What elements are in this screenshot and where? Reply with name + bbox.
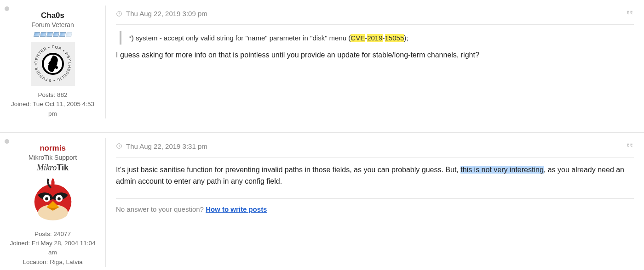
text-selection: this is not very interesting — [460, 166, 544, 174]
svg-point-3 — [48, 59, 51, 62]
post-signature: No answer to your question? How to write… — [116, 198, 634, 213]
quoted-block: *) system - accept only valid string for… — [120, 31, 634, 45]
user-meta: Posts: 882 Joined: Tue Oct 11, 2005 4:53… — [8, 90, 97, 118]
user-rank: MikroTik Support — [8, 154, 97, 161]
clock-icon — [116, 11, 122, 17]
quote-button[interactable] — [625, 8, 634, 19]
online-indicator — [5, 6, 9, 11]
post-body: Thu Aug 22, 2019 3:09 pm *) system - acc… — [106, 6, 644, 118]
post-timestamp[interactable]: Thu Aug 22, 2019 3:09 pm — [116, 10, 207, 17]
forum-post: normis MikroTik Support MikroTik Posts: … — [0, 133, 644, 270]
svg-point-4 — [55, 66, 58, 69]
forum-post: Cha0s Forum Veteran CENTER • FOR • PSYCH… — [0, 0, 644, 133]
username-link[interactable]: normis — [8, 144, 97, 153]
post-timestamp[interactable]: Thu Aug 22, 2019 3:31 pm — [116, 142, 207, 150]
post-content: It's just basic sanitise function for pr… — [116, 164, 634, 187]
user-rank: Forum Veteran — [8, 21, 97, 28]
highlight: 15055 — [385, 34, 404, 42]
highlight: CVE — [351, 34, 365, 42]
brand-logo: MikroTik — [8, 163, 97, 173]
user-meta: Posts: 24077 Joined: Fri May 28, 2004 11… — [8, 230, 97, 267]
post-content: I guess asking for more info on that is … — [116, 49, 634, 61]
online-indicator — [5, 139, 9, 144]
svg-point-9 — [45, 197, 48, 200]
avatar[interactable]: CENTER • FOR • PSYCHEDELIC • STUDIES • — [31, 42, 75, 86]
clock-icon — [116, 143, 122, 149]
quote-button[interactable] — [625, 141, 634, 152]
post-body: Thu Aug 22, 2019 3:31 pm It's just basic… — [106, 138, 644, 267]
user-panel: Cha0s Forum Veteran CENTER • FOR • PSYCH… — [0, 6, 106, 118]
highlight: 2019 — [367, 34, 382, 42]
svg-point-11 — [58, 197, 61, 200]
username-link[interactable]: Cha0s — [8, 11, 97, 20]
avatar[interactable] — [31, 175, 75, 226]
user-panel: normis MikroTik Support MikroTik Posts: … — [0, 138, 106, 267]
rank-pips — [8, 30, 97, 38]
signature-link[interactable]: How to write posts — [206, 205, 267, 213]
